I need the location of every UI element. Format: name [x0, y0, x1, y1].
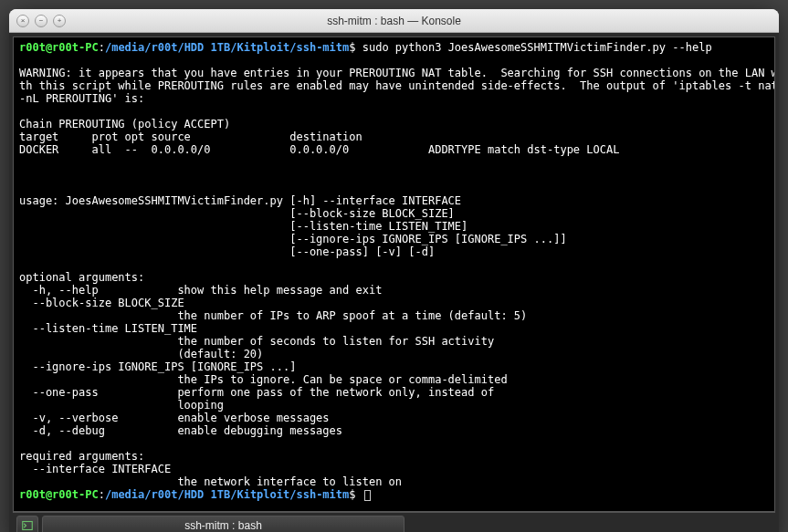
terminal-wrap: r00t@r00t-PC:/media/r00t/HDD 1TB/Kitploi… [9, 33, 779, 532]
prompt-colon-2: : [99, 488, 105, 501]
prompt-user-host: r00t@r00t-PC [19, 41, 99, 54]
tab-label: ssh-mitm : bash [184, 519, 262, 532]
konsole-window: × − + ssh-mitm : bash — Konsole r00t@r00… [9, 9, 779, 532]
prompt-path-2: /media/r00t/HDD 1TB/Kitploit/ssh-mitm [105, 488, 349, 501]
window-controls: × − + [16, 15, 66, 27]
new-tab-button[interactable] [16, 516, 38, 533]
window-title: ssh-mitm : bash — Konsole [327, 15, 461, 27]
close-button[interactable]: × [16, 15, 29, 27]
terminal-output: WARNING: it appears that you have entrie… [19, 67, 775, 488]
tab-bar: ssh-mitm : bash [13, 512, 775, 532]
command-2 [355, 488, 362, 501]
tab-ssh-mitm[interactable]: ssh-mitm : bash [42, 516, 405, 533]
maximize-button[interactable]: + [53, 15, 66, 27]
titlebar[interactable]: × − + ssh-mitm : bash — Konsole [9, 9, 779, 33]
terminal[interactable]: r00t@r00t-PC:/media/r00t/HDD 1TB/Kitploi… [13, 37, 775, 512]
minimize-button[interactable]: − [35, 15, 47, 27]
prompt-colon: : [99, 41, 105, 54]
command-1: sudo python3 JoesAwesomeSSHMITMVictimFin… [355, 41, 711, 54]
prompt-user-host-2: r00t@r00t-PC [19, 488, 99, 501]
prompt-path: /media/r00t/HDD 1TB/Kitploit/ssh-mitm [105, 41, 349, 54]
svg-rect-0 [23, 521, 33, 529]
cursor-icon [364, 490, 371, 501]
terminal-icon [22, 520, 33, 531]
